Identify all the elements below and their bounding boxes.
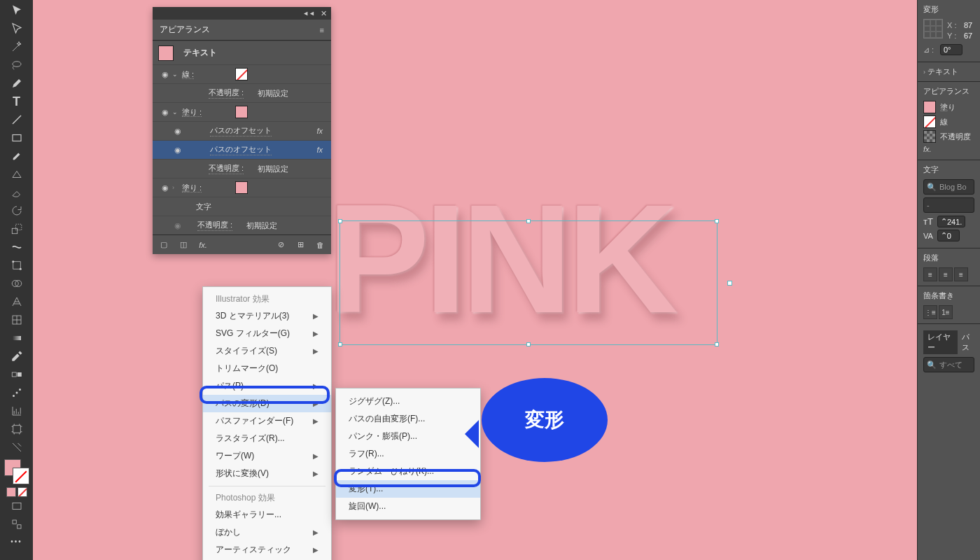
visibility-toggle-icon[interactable]: ◉ [171,127,185,136]
align-right-button[interactable]: ≡ [954,267,968,281]
angle-input[interactable]: 0° [940,44,962,55]
perspective-tool[interactable] [8,293,25,310]
pen-tool[interactable] [8,75,25,92]
font-search[interactable]: 🔍Blog Bo [923,179,974,195]
menu-item[interactable]: ワープ(W)▶ [203,447,331,465]
menu-item[interactable]: パスの変形(D)▶ [203,395,331,412]
menu-item[interactable]: 3D とマテリアル(3)▶ [203,307,331,325]
stroke-color-swatch[interactable] [13,468,29,484]
stroke-opacity-row[interactable]: 不透明度 : 初期設定 [153,83,331,102]
menu-item[interactable]: ランダム・ひねり(K)... [336,463,480,480]
slice-tool[interactable] [8,439,25,456]
visibility-toggle-icon[interactable]: ◉ [158,108,172,117]
shaper-tool[interactable] [8,166,25,183]
rotate-tool[interactable] [8,202,25,219]
visibility-toggle-icon[interactable]: ◉ [171,146,185,155]
duplicate-icon[interactable]: ⊞ [295,240,306,249]
stroke-swatch[interactable] [923,115,936,128]
selection-bounding-box[interactable] [340,220,718,345]
x-value[interactable]: 87 [964,21,972,29]
selection-tool[interactable] [8,2,25,19]
align-center-button[interactable]: ≡ [939,267,953,281]
expand-icon[interactable]: ⌄ [172,108,182,115]
lasso-tool[interactable] [8,57,25,74]
numbered-list-button[interactable]: 1≡ [939,305,953,319]
font-size-input[interactable]: ⌃241. [937,216,965,227]
appearance-thumb-row[interactable]: テキスト [153,41,331,64]
free-transform-tool[interactable] [8,257,25,274]
visibility-toggle-icon[interactable]: ◉ [158,183,172,192]
panel-close-icon[interactable]: ✕ [321,9,327,18]
shape-builder-tool[interactable] [8,275,25,292]
fx-icon[interactable]: fx. [923,145,932,153]
mesh-tool[interactable] [8,312,25,328]
appearance-tab[interactable]: アピアランス [160,24,210,36]
menu-item[interactable]: 形状に変換(V)▶ [203,465,331,482]
blend-tool[interactable] [8,366,25,383]
menu-item[interactable]: 変形(T)... [336,480,480,498]
toolbar-more-icon[interactable]: ••• [10,538,22,545]
fill-row-2[interactable]: ◉ › 塗り : [153,178,331,197]
menu-item[interactable]: トリムマーク(O) [203,360,331,377]
menu-item[interactable]: 効果ギャラリー... [203,506,331,524]
fill-row[interactable]: ◉ ⌄ 塗り : [153,102,331,121]
menu-item[interactable]: スタイライズ(S)▶ [203,342,331,360]
layer-search[interactable]: 🔍すべて [923,357,974,372]
gradient-tool[interactable] [8,330,25,346]
eraser-tool[interactable] [8,184,25,201]
panel-collapse-icon[interactable]: ◄◄ [302,10,315,17]
panel-menu-icon[interactable]: ≡ [320,26,324,34]
y-value[interactable]: 67 [964,31,972,40]
characters-row[interactable]: 文字 [153,197,331,216]
artboard-tool[interactable] [8,421,25,438]
menu-item[interactable]: ジグザグ(Z)... [336,393,480,410]
menu-item[interactable]: ぼかし▶ [203,524,331,541]
screen-mode-tool[interactable] [8,498,25,514]
layers-tab[interactable]: レイヤー [923,330,958,354]
symbol-sprayer-tool[interactable] [8,384,25,401]
menu-item[interactable]: ラスタライズ(R)... [203,430,331,447]
menu-item[interactable]: パスの自由変形(F)... [336,410,480,428]
text-more-section[interactable]: › テキスト [918,62,980,82]
rectangle-tool[interactable] [8,130,25,146]
width-tool[interactable] [8,239,25,255]
new-art-maintain-icon[interactable]: ◫ [178,240,189,249]
fill-swatch[interactable] [235,181,248,194]
offset-path-row-2[interactable]: ◉ パスのオフセット fx [153,140,331,159]
new-art-basic-icon[interactable]: ▢ [158,240,169,249]
offset-path-row-1[interactable]: ◉ パスのオフセット fx [153,121,331,140]
menu-item[interactable]: ラフ(R)... [336,445,480,463]
opacity-swatch[interactable] [923,130,936,143]
brush-tool[interactable] [8,148,25,164]
visibility-toggle-icon[interactable]: ◉ [158,70,172,79]
menu-item[interactable]: パス(P)▶ [203,377,331,395]
direct-selection-tool[interactable] [8,20,25,37]
type-tool[interactable]: T [8,93,25,110]
edit-toolbar-button[interactable] [8,516,25,533]
default-opacity-row[interactable]: ◉ 不透明度 : 初期設定 [153,216,331,234]
menu-item[interactable]: アーティスティック▶ [203,541,331,559]
reference-point-grid[interactable] [923,19,943,38]
clear-icon[interactable]: ⊘ [275,240,286,249]
align-left-button[interactable]: ≡ [923,267,937,281]
menu-item[interactable]: 旋回(W)... [336,498,480,515]
graph-tool[interactable] [8,402,25,419]
add-effect-icon[interactable]: fx. [197,241,209,249]
kerning-input[interactable]: ⌃0 [937,230,960,241]
fill-swatch[interactable] [235,106,248,118]
stroke-swatch[interactable] [235,68,248,80]
bullet-list-button[interactable]: ⋮≡ [923,305,937,319]
expand-icon[interactable]: ⌄ [172,71,182,78]
visibility-toggle-icon[interactable]: ◉ [171,221,185,230]
delete-icon[interactable]: 🗑 [314,241,326,249]
line-tool[interactable] [8,111,25,128]
fill-opacity-row[interactable]: 不透明度 : 初期設定 [153,159,331,178]
magic-wand-tool[interactable] [8,38,25,55]
color-swatches[interactable] [4,459,29,484]
none-mode-swatch[interactable] [18,487,27,497]
menu-item[interactable]: SVG フィルター(G)▶ [203,325,331,342]
expand-icon[interactable]: › [172,184,182,191]
scale-tool[interactable] [8,220,25,237]
menu-item[interactable]: パンク・膨張(P)... [336,428,480,445]
paths-tab[interactable]: パス [962,332,974,353]
